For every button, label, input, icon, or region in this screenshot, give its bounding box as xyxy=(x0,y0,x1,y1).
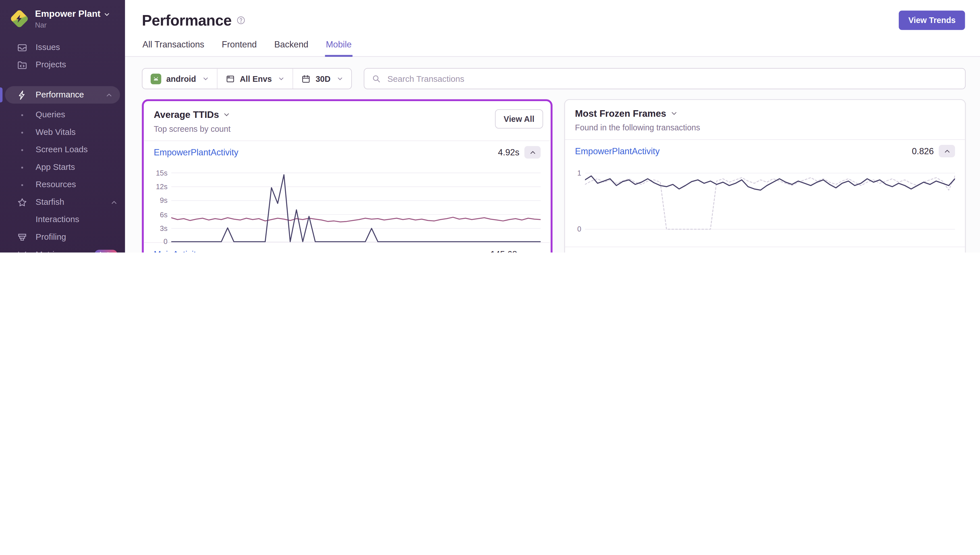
project-filter-value: android xyxy=(166,74,196,83)
badge-metrics: beta xyxy=(95,250,117,252)
tab-all-transactions[interactable]: All Transactions xyxy=(142,38,205,57)
tab-backend[interactable]: Backend xyxy=(274,38,309,57)
sidebar: Empower Plant Nar IssuesProjectsPerforma… xyxy=(0,0,125,252)
help-icon[interactable] xyxy=(236,16,246,25)
panel-average-ttids-title-control[interactable]: Average TTIDs xyxy=(154,109,541,120)
calendar-icon xyxy=(301,74,311,83)
star-icon xyxy=(16,197,27,207)
search-box xyxy=(363,68,966,90)
chevron-up-icon xyxy=(106,91,112,98)
most-frozen-frames-chart: 10 xyxy=(565,168,965,229)
sidebar-item-label: Queries xyxy=(35,111,65,119)
sidebar-item-starfish[interactable]: Starfish xyxy=(0,193,125,211)
sidebar-item-label: Screen Loads xyxy=(35,146,88,154)
page-title: Performance xyxy=(142,12,231,29)
search-icon xyxy=(372,74,381,83)
collapse-row-button[interactable] xyxy=(939,145,955,157)
panel-title: Most Frozen Frames xyxy=(575,108,666,119)
bullet-icon xyxy=(16,167,27,168)
sidebar-item-projects[interactable]: Projects xyxy=(0,56,125,74)
org-logo-icon xyxy=(10,8,29,29)
bullet-icon xyxy=(16,184,27,186)
tab-bar: All TransactionsFrontendBackendMobile xyxy=(125,30,980,57)
content: android All Envs 30D xyxy=(125,57,980,252)
y-axis-tick-label: 1 xyxy=(577,169,581,176)
sidebar-item-label: Metrics xyxy=(35,250,63,252)
sidebar-item-label: Starfish xyxy=(35,198,64,207)
panel-subtitle: Found in the following transactions xyxy=(575,123,955,132)
sidebar-item-issues[interactable]: Issues xyxy=(0,38,125,56)
bullet-icon xyxy=(16,149,27,151)
project-filter[interactable]: android xyxy=(142,69,217,88)
sidebar-item-performance[interactable]: Performance xyxy=(5,86,120,104)
transaction-link[interactable]: MainActivity xyxy=(154,249,200,252)
sidebar-item-metrics[interactable]: Metricsbeta xyxy=(0,246,125,252)
view-all-button[interactable]: View All xyxy=(495,109,543,129)
chevron-down-icon xyxy=(670,110,677,117)
profiling-icon xyxy=(16,232,27,242)
view-trends-button[interactable]: View Trends xyxy=(899,11,965,30)
sidebar-item-label: Resources xyxy=(35,181,76,189)
sidebar-item-interactions[interactable]: Interactions xyxy=(0,211,125,229)
sidebar-item-screen-loads[interactable]: Screen Loads xyxy=(0,141,125,159)
tab-frontend[interactable]: Frontend xyxy=(221,38,257,57)
app-root: Empower Plant Nar IssuesProjectsPerforma… xyxy=(0,0,980,252)
date-range-filter-value: 30D xyxy=(315,74,330,83)
environment-filter[interactable]: All Envs xyxy=(217,69,292,88)
date-range-filter[interactable]: 30D xyxy=(292,69,351,88)
sidebar-item-label: App Starts xyxy=(35,163,75,172)
projects-icon xyxy=(16,59,27,70)
average-ttids-chart: 15s12s9s6s3s0 xyxy=(144,167,551,242)
sidebar-item-label: Profiling xyxy=(35,233,66,241)
main: Performance View Trends All Transactions… xyxy=(125,0,980,252)
y-axis-tick-label: 9s xyxy=(160,197,168,204)
transaction-link[interactable]: EmpowerPlantActivity xyxy=(154,148,238,157)
sidebar-item-label: Issues xyxy=(35,43,60,52)
tab-mobile[interactable]: Mobile xyxy=(325,38,352,57)
collapse-row-button[interactable] xyxy=(524,146,541,159)
metric-value: 145.68ms xyxy=(490,249,529,252)
android-icon xyxy=(151,73,161,84)
issues-icon xyxy=(16,42,27,53)
sidebar-item-web-vitals[interactable]: Web Vitals xyxy=(0,124,125,141)
panel-average-ttids: Average TTIDs Top screens by count View … xyxy=(142,99,553,252)
sidebar-item-label: Interactions xyxy=(35,216,79,224)
sidebar-item-label: Projects xyxy=(35,61,66,69)
org-subtitle: Nar xyxy=(35,21,110,29)
panel-most-frozen-frames-title-control[interactable]: Most Frozen Frames xyxy=(575,108,955,119)
panel-subtitle: Top screens by count xyxy=(154,124,541,133)
chevron-down-icon xyxy=(223,111,230,118)
expand-row-button[interactable] xyxy=(534,250,541,252)
transaction-link[interactable]: EmpowerPlantActivity xyxy=(575,146,660,156)
sidebar-item-label: Performance xyxy=(35,91,84,99)
search-input[interactable] xyxy=(386,73,958,84)
chevron-up-icon xyxy=(111,199,117,205)
org-name: Empower Plant xyxy=(35,9,100,19)
panel-most-frozen-frames: Most Frozen Frames Found in the followin… xyxy=(564,99,966,252)
chevron-down-icon xyxy=(202,75,209,82)
metric-value: 4.92s xyxy=(498,148,519,157)
bullet-icon xyxy=(16,114,27,116)
environment-filter-value: All Envs xyxy=(240,74,272,83)
metric-value: 0.826 xyxy=(912,146,934,156)
sidebar-item-app-starts[interactable]: App Starts xyxy=(0,159,125,176)
y-axis-tick-label: 6s xyxy=(160,211,168,218)
org-switcher[interactable]: Empower Plant Nar xyxy=(0,0,125,34)
sidebar-item-profiling[interactable]: Profiling xyxy=(0,228,125,246)
filter-group: android All Envs 30D xyxy=(142,68,352,90)
chevron-down-icon xyxy=(337,75,343,82)
panel-title: Average TTIDs xyxy=(154,109,219,120)
chevron-down-icon xyxy=(103,11,110,18)
y-axis-tick-label: 0 xyxy=(577,226,581,233)
y-axis-tick-label: 12s xyxy=(156,183,168,190)
filter-bar: android All Envs 30D xyxy=(142,68,966,90)
metrics-icon xyxy=(16,249,27,252)
nav-spacer xyxy=(0,74,125,83)
page-header: Performance View Trends All Transactions… xyxy=(125,0,980,57)
sidebar-nav: IssuesProjectsPerformanceQueriesWeb Vita… xyxy=(0,34,125,252)
y-axis-tick-label: 0 xyxy=(164,238,167,245)
sidebar-item-label: Web Vitals xyxy=(35,128,76,136)
sidebar-item-queries[interactable]: Queries xyxy=(0,106,125,124)
chevron-down-icon xyxy=(278,75,284,82)
sidebar-item-resources[interactable]: Resources xyxy=(0,176,125,194)
